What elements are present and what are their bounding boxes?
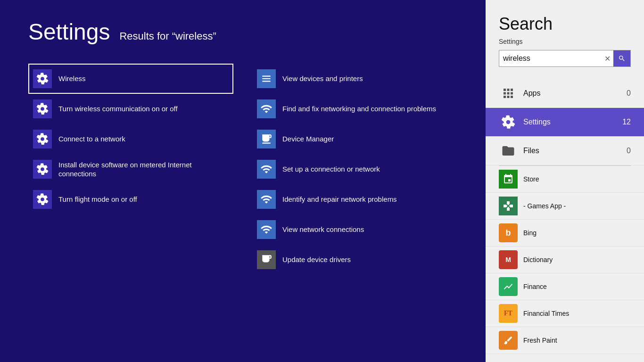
result-flight-label: Turn flight mode on or off: [58, 195, 137, 204]
result-view-devices[interactable]: View devices and printers: [252, 64, 457, 94]
result-setup-label: Set up a connection or network: [282, 165, 380, 174]
result-device-manager-label: Device Manager: [282, 134, 334, 144]
result-flight-mode[interactable]: Turn flight mode on or off: [28, 184, 233, 214]
app-store[interactable]: Store: [486, 166, 644, 193]
result-identify-label: Identify and repair network problems: [282, 195, 397, 204]
result-turn-wireless-label: Turn wireless communication on or off: [58, 104, 178, 114]
result-update-label: Update device drivers: [282, 255, 351, 264]
app-fresh-paint[interactable]: Fresh Paint: [486, 327, 644, 354]
dictionary-name: Dictionary: [523, 256, 553, 263]
gear-icon-4: [33, 160, 52, 179]
apps-icon: [499, 84, 518, 103]
result-update-drivers[interactable]: Update device drivers: [252, 245, 457, 275]
settings-label: Settings: [523, 118, 617, 126]
result-wireless-label: Wireless: [58, 74, 86, 83]
finance-thumb: [499, 277, 518, 296]
gear-icon-2: [33, 99, 52, 118]
right-column: View devices and printers Find and fix n…: [252, 64, 457, 275]
dictionary-thumb: M: [499, 250, 518, 269]
page-header: Settings Results for “wireless”: [28, 19, 457, 45]
search-context-label: Settings: [499, 38, 631, 45]
gear-icon-5: [33, 190, 52, 209]
bing-name: Bing: [523, 229, 537, 237]
network-icon-6: [257, 220, 276, 239]
system-icon: [257, 250, 276, 269]
search-panel: Search Settings ✕ Apps 0: [486, 0, 644, 362]
results-subtitle: Results for “wireless”: [119, 30, 216, 42]
search-clear-button[interactable]: ✕: [602, 52, 613, 65]
main-content: Settings Results for “wireless” Wireless: [0, 0, 486, 362]
bing-thumb: b: [499, 223, 518, 242]
category-files[interactable]: Files 0: [486, 137, 644, 165]
ft-name: Financial Times: [523, 310, 569, 317]
app-finance[interactable]: Finance: [486, 273, 644, 300]
games-name: - Games App -: [523, 202, 566, 210]
app-games[interactable]: - Games App -: [486, 193, 644, 220]
results-grid: Wireless Turn wireless communication on …: [28, 64, 457, 275]
gear-icon: [33, 69, 52, 88]
store-name: Store: [523, 175, 539, 183]
files-label: Files: [523, 147, 621, 155]
store-thumb: [499, 170, 518, 189]
result-find-fix-label: Find and fix networking and connection p…: [282, 104, 436, 114]
network-icon-3: [257, 130, 276, 148]
games-thumb: [499, 197, 518, 215]
network-icon-2: [257, 99, 276, 118]
ft-thumb: FT: [499, 304, 518, 323]
search-input[interactable]: [499, 51, 602, 66]
search-categories: Apps 0 Settings 12 Files 0: [486, 79, 644, 165]
result-view-devices-label: View devices and printers: [282, 74, 363, 83]
files-icon: [499, 141, 518, 160]
result-wireless[interactable]: Wireless: [28, 64, 233, 94]
apps-count: 0: [627, 89, 631, 98]
gear-icon-3: [33, 130, 52, 148]
search-panel-header: Search Settings ✕: [486, 0, 644, 79]
result-view-connections[interactable]: View network connections: [252, 214, 457, 245]
apps-label: Apps: [523, 89, 621, 98]
category-apps[interactable]: Apps 0: [486, 79, 644, 108]
app-list: Store - Games App - b Bing M Dictionary: [486, 166, 644, 362]
result-view-connections-label: View network connections: [282, 225, 364, 234]
result-install-device[interactable]: Install device software on metered Inter…: [28, 154, 233, 184]
result-connect-network[interactable]: Connect to a network: [28, 124, 233, 154]
settings-count: 12: [622, 118, 631, 126]
search-input-row: ✕: [499, 50, 631, 67]
result-connect-label: Connect to a network: [58, 134, 125, 144]
finance-name: Finance: [523, 283, 547, 290]
result-turn-wireless[interactable]: Turn wireless communication on or off: [28, 94, 233, 124]
files-count: 0: [627, 147, 631, 155]
left-column: Wireless Turn wireless communication on …: [28, 64, 233, 275]
settings-cat-icon: [499, 113, 518, 132]
result-setup-connection[interactable]: Set up a connection or network: [252, 154, 457, 184]
page-title: Settings: [28, 19, 110, 45]
app-financial-times[interactable]: FT Financial Times: [486, 300, 644, 327]
app-bing[interactable]: b Bing: [486, 220, 644, 247]
app-dictionary[interactable]: M Dictionary: [486, 247, 644, 273]
search-go-button[interactable]: [613, 50, 630, 66]
result-install-label: Install device software on metered Inter…: [58, 160, 229, 179]
network-icon-5: [257, 190, 276, 209]
category-settings[interactable]: Settings 12: [486, 108, 644, 137]
freshpaint-name: Fresh Paint: [523, 337, 557, 344]
search-panel-title: Search: [499, 14, 631, 34]
result-device-manager[interactable]: Device Manager: [252, 124, 457, 154]
result-find-fix[interactable]: Find and fix networking and connection p…: [252, 94, 457, 124]
freshpaint-thumb: [499, 331, 518, 350]
network-icon-1: [257, 69, 276, 88]
network-icon-4: [257, 160, 276, 179]
result-identify-repair[interactable]: Identify and repair network problems: [252, 184, 457, 214]
